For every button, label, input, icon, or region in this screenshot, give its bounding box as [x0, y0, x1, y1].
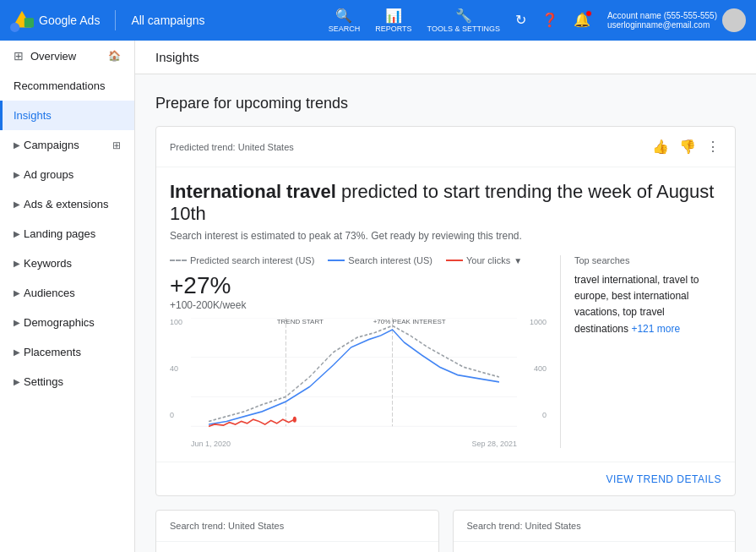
- campaign-label: All campaigns: [131, 14, 204, 27]
- y-right-bottom: 400: [517, 364, 547, 373]
- avatar[interactable]: [722, 8, 746, 32]
- legend-search-label: Search interest (US): [348, 255, 432, 265]
- chart-x-labels: Jun 1, 2020 Sep 28, 2021: [170, 440, 547, 448]
- trend-subtitle: Search interest is estimated to peak at …: [170, 230, 721, 242]
- sidebar-label-demographics: Demographics: [24, 316, 121, 329]
- top-searches-panel: Top searches travel international, trave…: [561, 255, 721, 448]
- chart-container: Predicted search interest (US) Search in…: [170, 255, 721, 448]
- top-searches-more[interactable]: +121 more: [631, 323, 680, 335]
- sidebar-item-landing[interactable]: ▶ Landing pages: [0, 219, 134, 249]
- top-searches-text: travel international, travel to europe, …: [574, 272, 721, 337]
- small-cards-row: Search trend: United States Dog friendly…: [155, 510, 736, 552]
- predicted-line-icon: [170, 260, 187, 261]
- legend-clicks-label: Your clicks: [466, 255, 510, 265]
- peak-interest-label: +70% PEAK INTEREST: [373, 318, 446, 325]
- sidebar-label-campaigns: Campaigns: [24, 139, 106, 151]
- sidebar-item-recommendations[interactable]: Recommendations: [0, 71, 134, 101]
- reports-nav-btn[interactable]: 📊 REPORTS: [370, 4, 416, 36]
- chart-main: Predicted search interest (US) Search in…: [170, 255, 561, 448]
- card-header: Predicted trend: United States 👍 👎 ⋮: [156, 127, 735, 167]
- reports-icon: 📊: [385, 8, 402, 24]
- landing-arrow-icon: ▶: [14, 229, 20, 238]
- y-labels-left: 100 40 0: [170, 318, 191, 419]
- ads-arrow-icon: ▶: [14, 199, 20, 209]
- y-right-zero: 0: [517, 411, 547, 419]
- tools-nav-btn[interactable]: 🔧 TOOLS & SETTINGS: [422, 4, 505, 36]
- sidebar-label-adgroups: Ad groups: [24, 168, 121, 181]
- main-content: Insights Prepare for upcoming trends Pre…: [135, 41, 756, 552]
- x-label-end: Sep 28, 2021: [471, 440, 517, 448]
- sidebar-label-ads: Ads & extensions: [24, 198, 121, 210]
- small-card-2-header: Search trend: United States: [454, 511, 736, 542]
- trend-title: International travel predicted to start …: [170, 181, 721, 225]
- thumbs-up-btn[interactable]: 👍: [650, 137, 671, 156]
- sidebar-item-audiences[interactable]: ▶ Audiences: [0, 278, 134, 308]
- sidebar-item-overview[interactable]: ⊞ Overview 🏠: [0, 41, 134, 71]
- y-left-bottom: 40: [170, 364, 191, 373]
- small-card-2-body: RV rentals predicted to start trending t…: [454, 542, 736, 552]
- svg-point-1: [10, 23, 19, 32]
- small-card-1-body: Dog friendly hotels predicted to start t…: [156, 542, 438, 552]
- small-card-1: Search trend: United States Dog friendly…: [155, 510, 439, 552]
- small-card-2-location: Search trend: United States: [467, 521, 581, 531]
- main-chart-svg: [170, 318, 547, 436]
- card-body: International travel predicted to start …: [156, 167, 735, 462]
- top-nav: Google Ads All campaigns 🔍 SEARCH 📊 REPO…: [0, 0, 756, 41]
- reports-label: REPORTS: [375, 25, 411, 33]
- refresh-btn[interactable]: ↻: [510, 8, 531, 32]
- legend-predicted: Predicted search interest (US): [170, 255, 314, 265]
- adgroups-arrow-icon: ▶: [14, 170, 20, 179]
- sidebar-item-ads[interactable]: ▶ Ads & extensions: [0, 189, 134, 219]
- top-searches-label: Top searches: [574, 255, 721, 265]
- small-card-2: Search trend: United States RV rentals p…: [453, 510, 737, 552]
- help-icon: ❓: [541, 12, 558, 28]
- sidebar-item-demographics[interactable]: ▶ Demographics: [0, 308, 134, 337]
- sidebar-label-insights: Insights: [14, 109, 121, 122]
- sidebar-item-keywords[interactable]: ▶ Keywords: [0, 249, 134, 278]
- sidebar-item-campaigns[interactable]: ▶ Campaigns ⊞: [0, 130, 134, 160]
- app-name: Google Ads: [39, 14, 100, 27]
- sub-header-title: Insights: [155, 50, 199, 64]
- sidebar-label-settings: Settings: [24, 375, 121, 388]
- notification-dot: [585, 10, 592, 17]
- main-trend-card: Predicted trend: United States 👍 👎 ⋮ Int…: [155, 126, 736, 496]
- svg-rect-2: [24, 18, 34, 27]
- sidebar-item-placements[interactable]: ▶ Placements: [0, 337, 134, 367]
- y-left-zero: 0: [170, 411, 191, 419]
- placements-arrow-icon: ▶: [14, 347, 20, 357]
- sidebar-label-placements: Placements: [24, 346, 121, 358]
- notification-btn[interactable]: 🔔: [568, 8, 596, 32]
- tools-icon: 🔧: [455, 8, 472, 24]
- settings-arrow-icon: ▶: [14, 377, 20, 386]
- clicks-dropdown-icon[interactable]: ▼: [514, 256, 522, 265]
- sidebar-label-keywords: Keywords: [24, 257, 121, 270]
- sidebar-item-insights[interactable]: Insights: [0, 101, 134, 130]
- search-nav-btn[interactable]: 🔍 SEARCH: [324, 4, 366, 36]
- demographics-arrow-icon: ▶: [14, 318, 20, 327]
- sub-header: Insights: [135, 41, 756, 74]
- thumbs-down-btn[interactable]: 👎: [677, 137, 698, 156]
- sidebar-item-settings[interactable]: ▶ Settings: [0, 367, 134, 396]
- card-actions: 👍 👎 ⋮: [650, 137, 721, 156]
- small-card-1-location: Search trend: United States: [170, 521, 284, 531]
- view-details-link-main: VIEW TREND DETAILS: [156, 462, 735, 495]
- account-name: Account name (555-555-555): [607, 11, 717, 20]
- y-left-top: 100: [170, 318, 191, 326]
- chart-svg-wrap: 100 40 0 1000 400 0: [170, 318, 547, 436]
- view-trend-details-main[interactable]: VIEW TREND DETAILS: [606, 473, 721, 485]
- page-content: Prepare for upcoming trends Predicted tr…: [135, 74, 756, 552]
- help-btn[interactable]: ❓: [536, 8, 563, 32]
- sidebar-item-adgroups[interactable]: ▶ Ad groups: [0, 160, 134, 189]
- section-title: Prepare for upcoming trends: [155, 95, 736, 112]
- campaigns-arrow-icon: ▶: [14, 140, 20, 150]
- more-options-btn[interactable]: ⋮: [704, 137, 721, 156]
- account-info[interactable]: Account name (555-555-555) userloginname…: [607, 8, 746, 32]
- trend-start-label: TREND START: [277, 318, 324, 325]
- sidebar: ⊞ Overview 🏠 Recommendations Insights ▶ …: [0, 41, 135, 552]
- logo[interactable]: Google Ads: [10, 8, 100, 32]
- home-icon: ⊞: [14, 49, 24, 63]
- account-details: Account name (555-555-555) userloginname…: [607, 11, 717, 30]
- audiences-arrow-icon: ▶: [14, 288, 20, 298]
- main-stat: +27%: [170, 272, 547, 299]
- y-labels-right: 1000 400 0: [517, 318, 547, 419]
